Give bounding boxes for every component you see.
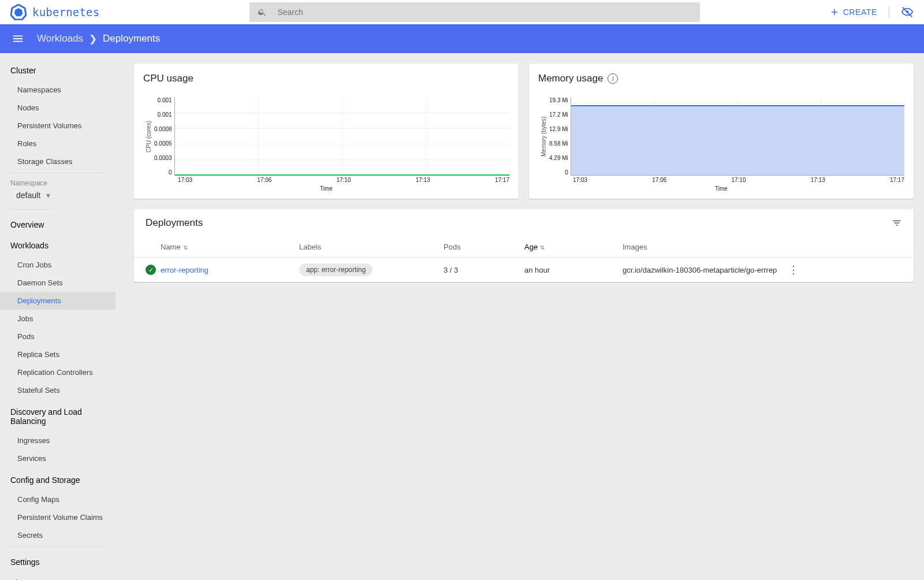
memory-y-axis: 19.3 Mi17.2 Mi12.9 Mi8.58 Mi4.29 Mi0 bbox=[549, 97, 571, 176]
row-menu-icon[interactable]: ⋮ bbox=[782, 265, 805, 275]
brand[interactable]: kubernetes bbox=[10, 4, 99, 20]
sidebar-item-persistent-volume-claims[interactable]: Persistent Volume Claims bbox=[0, 508, 116, 526]
col-labels[interactable]: Labels bbox=[299, 243, 444, 251]
breadcrumb-current: Deployments bbox=[103, 33, 160, 44]
sidebar-item-nodes[interactable]: Nodes bbox=[0, 99, 116, 117]
breadcrumb-parent[interactable]: Workloads bbox=[37, 33, 83, 44]
deployments-card: Deployments Name⇅ Labels Pods Age⇅ Image… bbox=[134, 209, 914, 282]
memory-usage-card: Memory usage i Memory (bytes) 19.3 Mi17.… bbox=[529, 64, 914, 199]
sidebar-item-namespaces[interactable]: Namespaces bbox=[0, 81, 116, 99]
brand-text: kubernetes bbox=[32, 6, 99, 18]
col-age[interactable]: Age⇅ bbox=[524, 243, 623, 251]
cpu-y-axis-title: CPU (cores) bbox=[146, 97, 152, 176]
filter-icon[interactable] bbox=[892, 218, 902, 228]
col-pods[interactable]: Pods bbox=[444, 243, 524, 251]
cpu-x-axis: 17:0317:0617:1017:1317:17 bbox=[178, 177, 509, 183]
sidebar-heading-workloads[interactable]: Workloads bbox=[0, 235, 116, 256]
memory-x-axis-title: Time bbox=[538, 185, 904, 192]
sidebar-heading-cluster[interactable]: Cluster bbox=[0, 60, 116, 81]
sort-icon: ⇅ bbox=[540, 244, 545, 251]
namespace-label: Namespace bbox=[0, 178, 116, 188]
sidebar-item-storage-classes[interactable]: Storage Classes bbox=[0, 153, 116, 170]
sidebar-item-ingresses[interactable]: Ingresses bbox=[0, 432, 116, 449]
sidebar-item-pods[interactable]: Pods bbox=[0, 328, 116, 345]
memory-x-axis: 17:0317:0617:1017:1317:17 bbox=[573, 177, 904, 183]
sidebar-item-jobs[interactable]: Jobs bbox=[0, 310, 116, 328]
deployment-name-link[interactable]: error-reporting bbox=[161, 266, 299, 274]
sidebar-item-services[interactable]: Services bbox=[0, 449, 116, 467]
sidebar-item-replication-controllers[interactable]: Replication Controllers bbox=[0, 363, 116, 381]
sidebar-heading-config[interactable]: Config and Storage bbox=[0, 470, 116, 490]
sort-icon: ⇅ bbox=[183, 244, 188, 251]
info-icon[interactable]: i bbox=[608, 73, 618, 84]
sidebar-item-cron-jobs[interactable]: Cron Jobs bbox=[0, 256, 116, 274]
sidebar-overview[interactable]: Overview bbox=[0, 214, 116, 235]
chevron-down-icon: ▾ bbox=[46, 191, 50, 200]
overview-toggle-icon[interactable] bbox=[901, 6, 914, 18]
chevron-right-icon: ❯ bbox=[89, 33, 97, 45]
memory-plot-area bbox=[571, 97, 904, 176]
create-label: CREATE bbox=[843, 8, 877, 17]
sidebar-settings[interactable]: Settings bbox=[0, 552, 116, 572]
label-chip: app: error-reporting bbox=[299, 263, 372, 276]
pods-cell: 3 / 3 bbox=[444, 266, 524, 274]
menu-icon[interactable] bbox=[12, 32, 24, 45]
sidebar-item-deployments[interactable]: Deployments bbox=[0, 292, 116, 310]
svg-marker-1 bbox=[14, 8, 23, 16]
plus-icon bbox=[829, 7, 840, 17]
image-cell: gcr.io/dazwilkin-180306-metaparticle/go-… bbox=[623, 266, 782, 274]
table-row: ✓error-reportingapp: error-reporting3 / … bbox=[134, 258, 914, 282]
content-area: CPU usage CPU (cores) 0.0010.0010.00080.… bbox=[116, 53, 924, 580]
sidebar-item-config-maps[interactable]: Config Maps bbox=[0, 490, 116, 508]
sidebar-item-daemon-sets[interactable]: Daemon Sets bbox=[0, 274, 116, 292]
search-input[interactable] bbox=[277, 8, 692, 17]
cpu-usage-card: CPU usage CPU (cores) 0.0010.0010.00080.… bbox=[134, 64, 519, 199]
create-button[interactable]: CREATE bbox=[829, 7, 877, 17]
deployments-title: Deployments bbox=[146, 217, 203, 229]
col-name[interactable]: Name⇅ bbox=[161, 243, 299, 251]
namespace-value: default bbox=[16, 191, 40, 200]
top-app-bar: kubernetes CREATE bbox=[0, 0, 924, 24]
page-header: Workloads ❯ Deployments bbox=[0, 24, 924, 53]
kubernetes-logo-icon bbox=[10, 4, 27, 20]
age-cell: an hour bbox=[524, 266, 623, 274]
search-icon bbox=[258, 8, 267, 17]
memory-y-axis-title: Memory (bytes) bbox=[541, 97, 547, 176]
memory-title: Memory usage bbox=[538, 73, 603, 84]
cpu-x-axis-title: Time bbox=[143, 185, 509, 192]
sidebar-item-roles[interactable]: Roles bbox=[0, 135, 116, 153]
cpu-plot-area bbox=[174, 97, 509, 176]
sidebar-item-stateful-sets[interactable]: Stateful Sets bbox=[0, 381, 116, 399]
table-header: Name⇅ Labels Pods Age⇅ Images bbox=[134, 237, 914, 258]
sidebar-item-persistent-volumes[interactable]: Persistent Volumes bbox=[0, 117, 116, 135]
col-images[interactable]: Images bbox=[623, 243, 782, 251]
sidebar-item-secrets[interactable]: Secrets bbox=[0, 526, 116, 544]
sidebar-about[interactable]: About bbox=[0, 572, 116, 580]
cpu-y-axis: 0.0010.0010.00080.00050.00030 bbox=[154, 97, 174, 176]
search-box[interactable] bbox=[249, 2, 700, 22]
sidebar-item-replica-sets[interactable]: Replica Sets bbox=[0, 345, 116, 363]
namespace-select[interactable]: default ▾ bbox=[0, 188, 116, 207]
cpu-title: CPU usage bbox=[143, 73, 193, 84]
status-ok-icon: ✓ bbox=[146, 265, 156, 275]
sidebar: Cluster NamespacesNodesPersistent Volume… bbox=[0, 53, 116, 580]
separator bbox=[889, 6, 889, 18]
sidebar-heading-discovery[interactable]: Discovery and Load Balancing bbox=[0, 401, 116, 432]
